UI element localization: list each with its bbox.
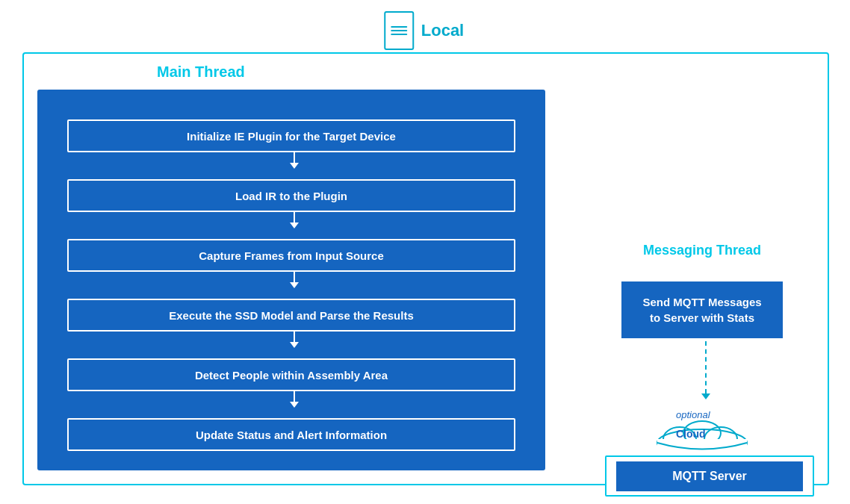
arrow-head-2 bbox=[290, 223, 299, 228]
arrow-head-5 bbox=[290, 402, 299, 408]
icon-line-2 bbox=[391, 30, 407, 31]
arrow-head-4 bbox=[290, 342, 299, 348]
arrow-3 bbox=[290, 272, 299, 288]
flow-box-execute-ssd-text: Execute the SSD Model and Parse the Resu… bbox=[169, 309, 414, 322]
arrow-head-3 bbox=[290, 282, 299, 288]
flow-box-detect-people-text: Detect People within Assembly Area bbox=[195, 369, 388, 382]
mqtt-server-outer-box: MQTT Server bbox=[605, 455, 814, 497]
arrow-4 bbox=[290, 332, 299, 348]
main-thread-label: Main Thread bbox=[157, 63, 245, 81]
main-thread-box: Initialize IE Plugin for the Target Devi… bbox=[37, 90, 545, 470]
flow-box-load-ir-text: Load IR to the Plugin bbox=[235, 190, 347, 202]
arrow-line-5 bbox=[294, 391, 295, 402]
arrow-line-1 bbox=[294, 152, 295, 163]
local-label-container: Local bbox=[369, 11, 479, 50]
mqtt-send-box: Send MQTT Messages to Server with Stats bbox=[620, 280, 784, 340]
flow-box-detect-people: Detect People within Assembly Area bbox=[67, 358, 515, 391]
cloud-label-text: Cloud bbox=[676, 428, 706, 440]
arrow-5 bbox=[290, 391, 299, 408]
arrow-head-1 bbox=[290, 163, 299, 169]
flow-box-initialize: Initialize IE Plugin for the Target Devi… bbox=[67, 119, 515, 152]
flow-box-capture-frames-text: Capture Frames from Input Source bbox=[199, 249, 384, 262]
local-label-text: Local bbox=[421, 21, 464, 40]
dashed-arrow-head bbox=[701, 393, 710, 399]
flow-box-initialize-text: Initialize IE Plugin for the Target Devi… bbox=[187, 130, 396, 143]
arrow-line-2 bbox=[294, 212, 295, 223]
flow-box-update-status-text: Update Status and Alert Information bbox=[196, 429, 387, 441]
dashed-arrow bbox=[701, 341, 710, 399]
flow-box-load-ir: Load IR to the Plugin bbox=[67, 179, 515, 212]
arrow-1 bbox=[290, 152, 299, 169]
mqtt-send-text: Send MQTT Messages to Server with Stats bbox=[642, 294, 761, 326]
mqtt-server-inner-box: MQTT Server bbox=[616, 461, 803, 491]
arrow-2 bbox=[290, 212, 299, 228]
flow-box-execute-ssd: Execute the SSD Model and Parse the Resu… bbox=[67, 299, 515, 332]
flow-box-update-status: Update Status and Alert Information bbox=[67, 418, 515, 451]
icon-line-3 bbox=[391, 34, 407, 35]
dashed-line bbox=[705, 341, 707, 393]
mqtt-server-text: MQTT Server bbox=[672, 470, 747, 483]
arrow-line-4 bbox=[294, 332, 295, 342]
device-icon bbox=[384, 11, 414, 50]
messaging-thread-label: Messaging Thread bbox=[627, 243, 777, 258]
flow-box-capture-frames: Capture Frames from Input Source bbox=[67, 239, 515, 272]
diagram-container: Local Main Thread Initialize IE Plugin f… bbox=[7, 7, 840, 497]
arrow-line-3 bbox=[294, 272, 295, 282]
icon-line-1 bbox=[391, 26, 407, 28]
